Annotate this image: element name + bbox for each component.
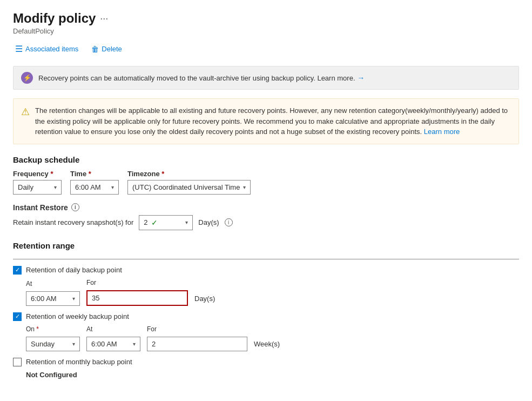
list-icon: ☰ — [15, 44, 23, 54]
warning-text: The retention changes will be applicable… — [35, 105, 511, 137]
weekly-at-value: 6:00 AM — [91, 340, 117, 348]
weekly-for-input[interactable] — [147, 337, 247, 351]
associated-items-button[interactable]: ☰ Associated items — [13, 42, 80, 56]
weekly-checkbox-row: Retention of weekly backup point — [13, 312, 519, 321]
timezone-select[interactable]: (UTC) Coordinated Universal Time ▾ — [127, 180, 251, 195]
weekly-retention-fields: On * Sunday ▾ At 6:00 AM ▾ For Week(s) — [26, 325, 519, 351]
frequency-value: Daily — [18, 183, 33, 191]
time-select[interactable]: 6:00 AM ▾ — [70, 180, 119, 195]
delete-button[interactable]: 🗑 Delete — [89, 43, 124, 56]
weekly-at-select[interactable]: 6:00 AM ▾ — [86, 337, 140, 351]
weekly-on-chevron: ▾ — [72, 341, 75, 347]
monthly-label: Retention of monthly backup point — [26, 358, 132, 366]
daily-for-label: For — [86, 279, 188, 286]
retention-divider — [13, 259, 519, 259]
weekly-at-field: At 6:00 AM ▾ — [86, 325, 140, 351]
weekly-checkbox[interactable] — [13, 312, 22, 321]
timezone-required: * — [161, 170, 164, 178]
backup-schedule-title: Backup schedule — [13, 155, 519, 164]
timezone-label: Timezone * — [127, 170, 251, 178]
info-banner-text: Recovery points can be automatically mov… — [38, 73, 365, 82]
warning-banner: ⚠ The retention changes will be applicab… — [13, 98, 519, 144]
weekly-on-select[interactable]: Sunday ▾ — [26, 337, 80, 351]
time-chevron: ▾ — [111, 184, 114, 190]
weekly-on-label: On * — [26, 325, 80, 333]
weekly-unit: Week(s) — [254, 340, 280, 351]
weekly-at-chevron: ▾ — [133, 341, 136, 347]
monthly-checkbox-row: Retention of monthly backup point — [13, 358, 519, 366]
backup-schedule-form: Frequency * Daily ▾ Time * 6:00 AM ▾ Tim… — [13, 170, 519, 195]
weekly-at-label: At — [86, 325, 140, 333]
daily-unit: Day(s) — [194, 295, 215, 306]
ellipsis-menu-icon[interactable]: ··· — [100, 13, 108, 24]
delete-icon: 🗑 — [91, 45, 99, 54]
info-banner-link[interactable]: → — [357, 73, 365, 82]
lightning-icon: ⚡ — [21, 72, 33, 84]
daily-at-label: At — [26, 280, 80, 288]
weekly-on-value: Sunday — [31, 340, 55, 348]
daily-for-field: For — [86, 279, 188, 306]
daily-at-chevron: ▾ — [72, 296, 75, 302]
frequency-field: Frequency * Daily ▾ — [13, 170, 62, 195]
frequency-required: * — [50, 170, 53, 178]
weekly-for-label: For — [147, 325, 247, 333]
snapshot-unit: Day(s) — [198, 218, 219, 226]
daily-retention-fields: At 6:00 AM ▾ For Day(s) — [26, 279, 519, 306]
weekly-on-field: On * Sunday ▾ — [26, 325, 80, 351]
snapshot-chevron: ▾ — [185, 219, 188, 225]
associated-items-label: Associated items — [25, 45, 78, 53]
toolbar: ☰ Associated items 🗑 Delete — [13, 42, 519, 62]
learn-more-link[interactable]: Learn more — [424, 128, 460, 136]
snapshot-value: 2 — [144, 218, 147, 226]
timezone-field: Timezone * (UTC) Coordinated Universal T… — [127, 170, 251, 195]
retention-range-title: Retention range — [13, 241, 519, 250]
delete-label: Delete — [102, 45, 122, 53]
time-value: 6:00 AM — [75, 183, 101, 191]
daily-at-select[interactable]: 6:00 AM ▾ — [26, 291, 80, 306]
snapshot-label: Retain instant recovery snapshot(s) for — [13, 218, 133, 226]
warning-icon: ⚠ — [21, 106, 30, 118]
weekly-label: Retention of weekly backup point — [26, 312, 129, 320]
daily-label: Retention of daily backup point — [26, 266, 122, 274]
daily-for-input[interactable] — [86, 290, 188, 306]
page-subtitle: DefaultPolicy — [13, 27, 519, 35]
time-field: Time * 6:00 AM ▾ — [70, 170, 119, 195]
daily-at-value: 6:00 AM — [31, 295, 57, 303]
info-banner: ⚡ Recovery points can be automatically m… — [13, 66, 519, 90]
frequency-label: Frequency * — [13, 170, 62, 178]
time-required: * — [89, 170, 91, 178]
instant-restore-title: Instant Restore i — [13, 203, 519, 212]
snapshot-checkmark: ✓ — [151, 218, 158, 227]
timezone-chevron: ▾ — [243, 184, 246, 190]
daily-retention-row: At 6:00 AM ▾ For Day(s) — [26, 279, 519, 306]
page-title: Modify policy — [13, 11, 96, 26]
frequency-chevron: ▾ — [54, 184, 57, 190]
monthly-not-configured: Not Configured — [26, 371, 519, 379]
time-label: Time * — [70, 170, 119, 178]
frequency-select[interactable]: Daily ▾ — [13, 180, 62, 195]
timezone-value: (UTC) Coordinated Universal Time — [132, 183, 240, 191]
weekly-on-required: * — [36, 325, 39, 333]
snapshot-row: Retain instant recovery snapshot(s) for … — [13, 215, 519, 230]
snapshot-select[interactable]: 2 ✓ ▾ — [139, 215, 193, 230]
daily-at-field: At 6:00 AM ▾ — [26, 280, 80, 306]
daily-checkbox-row: Retention of daily backup point — [13, 266, 519, 275]
daily-checkbox[interactable] — [13, 266, 22, 275]
weekly-retention-row: On * Sunday ▾ At 6:00 AM ▾ For Week(s) — [26, 325, 519, 351]
weekly-for-field: For — [147, 325, 247, 351]
instant-restore-info-icon[interactable]: i — [71, 203, 79, 211]
snapshot-unit-info-icon[interactable]: i — [225, 218, 233, 226]
monthly-checkbox[interactable] — [13, 358, 22, 366]
